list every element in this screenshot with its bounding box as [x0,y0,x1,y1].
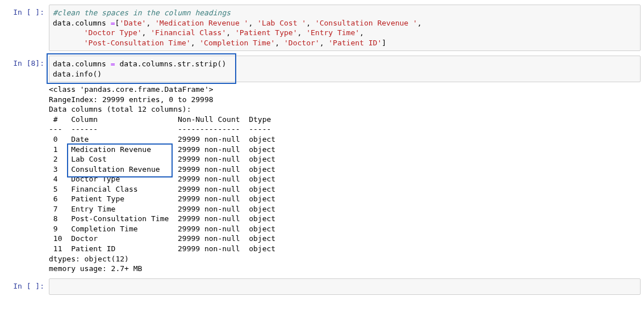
output-row: 7 Entry Time 29999 non-null object [49,205,275,213]
output-row: 10 Doctor 29999 non-null object [49,234,275,243]
code-cell-2: In [8]: data.columns = data.columns.str.… [3,56,641,273]
output-line: RangeIndex: 29999 entries, 0 to 29998 [49,95,214,104]
output-line: <class 'pandas.core.frame.DataFrame'> [49,85,214,94]
output-row: 5 Financial Class 29999 non-null object [49,185,275,193]
output-row: 4 Doctor Type 29999 non-null object [49,175,275,183]
code-input[interactable]: data.columns = data.columns.str.strip() … [49,56,641,82]
output-row: 6 Patient Type 29999 non-null object [49,194,275,203]
code-comment: #clean the spaces in the column headings [53,9,231,17]
output-row: 1 Medication Revenue 29999 non-null obje… [49,145,275,154]
cell-output: <class 'pandas.core.frame.DataFrame'> Ra… [49,82,641,273]
code-cell-1: In [ ]: #clean the spaces in the column … [3,5,641,51]
input-prompt: In [ ]: [3,5,49,51]
output-footer: dtypes: object(12) [49,255,129,263]
output-divider: --- ------ -------------- ----- [49,125,275,133]
code-input[interactable] [49,278,641,295]
output-line: Data columns (total 12 columns): [49,105,191,113]
output-row: 3 Consultation Revenue 29999 non-null ob… [49,165,275,174]
input-prompt: In [ ]: [3,278,49,295]
output-row: 8 Post-Consultation Time 29999 non-null … [49,214,275,223]
output-row: 11 Patient ID 29999 non-null object [49,244,275,253]
output-row: 2 Lab Cost 29999 non-null object [49,155,275,163]
code-input[interactable]: #clean the spaces in the column headings… [49,5,641,51]
output-column-header: # Column Non-Null Count Dtype [49,115,275,124]
output-row: 0 Date 29999 non-null object [49,135,275,143]
output-footer: memory usage: 2.7+ MB [49,264,142,273]
input-prompt: In [8]: [3,56,49,273]
code-cell-3: In [ ]: [3,278,641,295]
output-row: 9 Completion Time 29999 non-null object [49,225,275,233]
